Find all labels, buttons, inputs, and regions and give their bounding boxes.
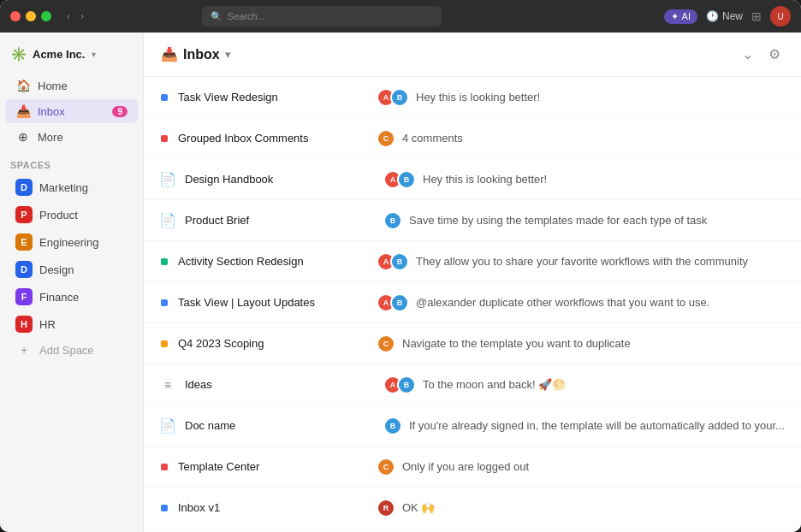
add-space-label: Add Space (39, 344, 94, 357)
marketing-dot: D (15, 179, 33, 196)
row-title: Doc name (185, 419, 373, 432)
inbox-row-design-handbook[interactable]: 📄 Design Handbook A B Hey this is lookin… (144, 159, 801, 200)
maximize-button[interactable] (41, 11, 51, 21)
settings-button[interactable]: ⚙ (765, 43, 784, 66)
list-icon: ≡ (161, 378, 175, 392)
row-indicator (161, 299, 168, 306)
inbox-row-grouped-inbox-comments[interactable]: Grouped Inbox Comments C 4 comments (144, 118, 801, 159)
add-space-button[interactable]: + Add Space (5, 339, 138, 361)
search-icon: 🔍 (211, 11, 222, 22)
row-title: Template Center (178, 460, 366, 473)
inbox-row-activity-section-redesign[interactable]: Activity Section Redesign A B They allow… (144, 241, 801, 282)
titlebar-right: ✦ AI 🕐 New ⊞ U (664, 6, 791, 27)
forward-arrow[interactable]: › (77, 9, 87, 24)
new-button[interactable]: 🕐 New (706, 10, 743, 22)
row-title: Grouped Inbox Comments (178, 132, 366, 145)
row-title: Inbox v1 (178, 501, 366, 514)
row-indicator (161, 94, 168, 101)
inbox-row-inbox-v1[interactable]: Inbox v1 R OK 🙌 (144, 488, 801, 529)
row-content: C 4 comments (377, 129, 784, 148)
spaces-section-title: Spaces (0, 150, 143, 174)
ai-button[interactable]: ✦ AI (664, 9, 697, 24)
sidebar-item-home[interactable]: 🏠 Home (5, 74, 138, 98)
app-window: ‹ › 🔍 Search... ✦ AI 🕐 New ⊞ U ✳️ Acme I (0, 0, 801, 532)
hr-dot: H (15, 316, 33, 333)
space-item-product[interactable]: P Product (5, 202, 138, 228)
row-title: Design Handbook (185, 173, 373, 186)
row-title: Activity Section Redesign (178, 255, 366, 268)
inbox-chevron-icon[interactable]: ▾ (225, 49, 230, 61)
avatar: B (390, 293, 409, 312)
back-arrow[interactable]: ‹ (63, 9, 74, 24)
space-item-finance[interactable]: F Finance (5, 284, 138, 310)
sidebar-item-inbox[interactable]: 📥 Inbox 9 (5, 99, 138, 123)
main-content: 📥 Inbox ▾ ⌄ ⚙ Task View Redesign A (144, 33, 801, 532)
inbox-row-product-brief[interactable]: 📄 Product Brief B Save time by using the… (144, 200, 801, 241)
inbox-title-text: Inbox (183, 47, 220, 62)
workspace-logo: ✳️ (10, 46, 27, 62)
inbox-header-icon: 📥 (161, 46, 178, 62)
search-bar[interactable]: 🔍 Search... (202, 6, 442, 27)
more-label: More (38, 131, 128, 144)
row-content: B If you're already signed in, the templ… (383, 417, 785, 435)
space-item-marketing[interactable]: D Marketing (5, 174, 138, 200)
avatars: C (377, 334, 395, 353)
avatar: B (390, 88, 409, 107)
inbox-list: Task View Redesign A B Hey this is looki… (144, 77, 801, 532)
row-message: Hey this is looking better! (423, 173, 784, 186)
space-item-engineering[interactable]: E Engineering (5, 229, 138, 255)
row-content: A B They allow you to share your favorit… (377, 252, 784, 271)
row-message: 4 comments (402, 132, 784, 145)
row-indicator (161, 464, 168, 470)
avatar: C (377, 129, 395, 148)
avatar: B (390, 252, 409, 271)
space-item-design[interactable]: D Design (5, 257, 138, 282)
row-title: Ideas (185, 378, 373, 391)
row-message: Only if you are logged out (402, 460, 784, 473)
inbox-row-doc-name[interactable]: 📄 Doc name B If you're already signed in… (144, 405, 801, 446)
row-indicator (161, 505, 168, 511)
inbox-row-template-center[interactable]: Template Center C Only if you are logged… (144, 446, 801, 488)
inbox-row-task-view-redesign[interactable]: Task View Redesign A B Hey this is looki… (144, 77, 801, 118)
clock-icon: 🕐 (706, 10, 719, 22)
design-label: Design (39, 263, 74, 276)
marketing-label: Marketing (39, 181, 88, 194)
home-label: Home (38, 80, 128, 92)
minimize-button[interactable] (26, 11, 36, 21)
sidebar-item-more[interactable]: ⊕ More (5, 125, 138, 149)
design-dot: D (15, 261, 33, 278)
avatars: C (377, 458, 395, 476)
filter-button[interactable]: ⌄ (739, 43, 756, 66)
hr-label: HR (39, 318, 56, 331)
inbox-row-ideas[interactable]: ≡ Ideas A B To the moon and back! 🚀🌕 (144, 364, 801, 405)
row-content: A B @alexander duplicate other workflows… (377, 293, 784, 312)
search-placeholder: Search... (228, 11, 265, 21)
user-avatar[interactable]: U (770, 6, 791, 27)
avatars: A B (377, 88, 409, 107)
grid-icon[interactable]: ⊞ (751, 9, 762, 23)
more-icon: ⊕ (15, 130, 31, 144)
home-icon: 🏠 (15, 79, 31, 92)
row-indicator (161, 258, 168, 265)
app-body: ✳️ Acme Inc. ▾ 🏠 Home 📥 Inbox 9 ⊕ More S… (0, 33, 801, 532)
plus-icon: + (15, 343, 33, 357)
row-content: A B Hey this is looking better! (383, 170, 784, 189)
inbox-nav-label: Inbox (38, 105, 105, 118)
engineering-dot: E (15, 233, 33, 251)
avatars: B (383, 417, 402, 435)
inbox-row-task-view-layout[interactable]: Task View | Layout Updates A B @alexande… (144, 282, 801, 323)
close-button[interactable] (10, 11, 21, 21)
avatar: B (397, 170, 416, 189)
inbox-row-q4-2023-scoping[interactable]: Q4 2023 Scoping C Navigate to the templa… (144, 323, 801, 364)
row-message: If you're already signed in, the templat… (409, 419, 785, 432)
row-content: C Only if you are logged out (377, 458, 784, 476)
traffic-lights (10, 11, 51, 21)
space-item-hr[interactable]: H HR (5, 311, 138, 337)
doc-icon: 📄 (161, 214, 175, 228)
row-title: Q4 2023 Scoping (178, 337, 366, 350)
workspace[interactable]: ✳️ Acme Inc. ▾ (0, 41, 143, 73)
titlebar: ‹ › 🔍 Search... ✦ AI 🕐 New ⊞ U (0, 0, 801, 33)
row-content: A B Hey this is looking better! (377, 88, 784, 107)
header-actions: ⌄ ⚙ (739, 43, 784, 66)
avatars: A B (383, 375, 416, 394)
